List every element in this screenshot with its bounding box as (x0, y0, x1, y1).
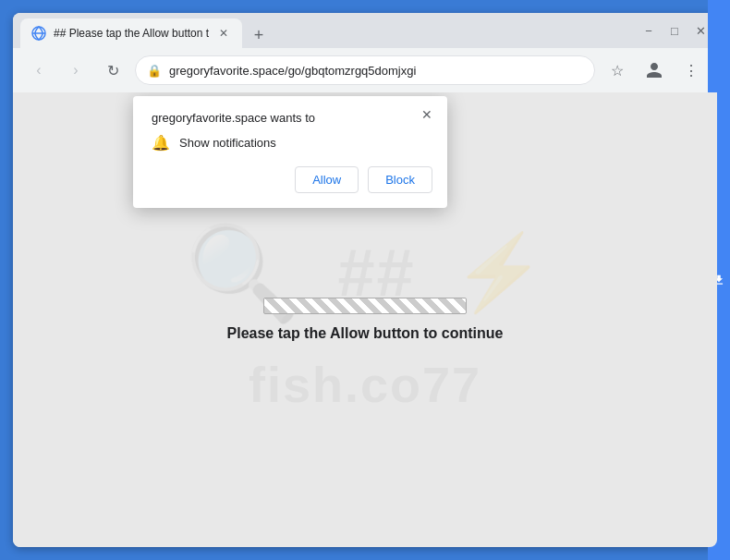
block-button[interactable]: Block (368, 166, 432, 193)
window-controls: − □ ✕ (639, 21, 710, 40)
new-tab-button[interactable]: + (246, 22, 272, 48)
popup-item-text: Show notifications (179, 136, 276, 150)
tab-bar: ## Please tap the Allow button t ✕ + (20, 13, 636, 48)
url-path: /go/gbqtomzrgq5domjxgi (285, 64, 416, 78)
bookmark-button[interactable]: ☆ (602, 55, 632, 85)
popup-title: gregoryfavorite.space wants to (152, 111, 432, 125)
back-button[interactable]: ‹ (24, 55, 54, 85)
page-center: Please tap the Allow button to continue (227, 298, 504, 342)
watermark-bottom-row: fish.co77 (249, 356, 481, 413)
tab-favicon (31, 26, 46, 41)
menu-button[interactable]: ⋮ (676, 55, 706, 85)
popup-close-button[interactable]: ✕ (416, 103, 438, 126)
bell-icon: 🔔 (152, 134, 170, 152)
lock-icon: 🔒 (147, 64, 162, 78)
page-content: 🔍 ## ⚡ fish.co77 ✕ gregoryfavorite.space… (13, 92, 717, 547)
url-text: gregoryfavorite.space/go/gbqtomzrgq5domj… (169, 64, 583, 78)
close-button[interactable]: ✕ (691, 21, 710, 40)
forward-button[interactable]: › (61, 55, 91, 85)
reload-button[interactable]: ↻ (98, 55, 128, 85)
notification-popup: ✕ gregoryfavorite.space wants to 🔔 Show … (133, 96, 447, 208)
minimize-button[interactable]: − (639, 21, 658, 40)
allow-button[interactable]: Allow (295, 166, 359, 193)
active-tab[interactable]: ## Please tap the Allow button t ✕ (20, 18, 242, 48)
address-bar[interactable]: 🔒 gregoryfavorite.space/go/gbqtomzrgq5do… (135, 55, 595, 85)
watermark-bottom-text: fish.co77 (249, 356, 481, 413)
tab-title: ## Please tap the Allow button t (54, 27, 209, 40)
page-instruction: Please tap the Allow button to continue (227, 325, 504, 342)
url-domain: gregoryfavorite.space (169, 64, 285, 78)
popup-item: 🔔 Show notifications (152, 134, 432, 152)
browser-window: ## Please tap the Allow button t ✕ + − □… (13, 13, 717, 547)
profile-button[interactable] (639, 55, 669, 85)
title-bar: ## Please tap the Allow button t ✕ + − □… (13, 13, 717, 48)
progress-bar (263, 298, 467, 314)
popup-buttons: Allow Block (152, 166, 432, 193)
nav-bar: ‹ › ↻ 🔒 gregoryfavorite.space/go/gbqtomz… (13, 48, 717, 92)
tab-close-button[interactable]: ✕ (216, 26, 231, 41)
maximize-button[interactable]: □ (665, 21, 684, 40)
